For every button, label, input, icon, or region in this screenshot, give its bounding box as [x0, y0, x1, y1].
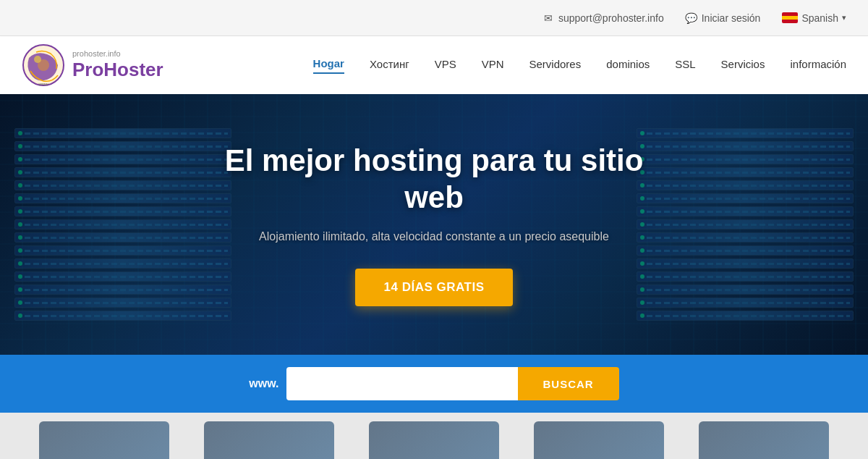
- server-unit: [637, 154, 854, 164]
- logo-area[interactable]: www prohoster.info ProHoster: [22, 43, 163, 87]
- server-rack-right: [622, 94, 868, 355]
- spanish-flag-icon: [782, 12, 798, 23]
- server-unit: [14, 285, 231, 295]
- server-unit: [14, 141, 231, 151]
- domain-search-input[interactable]: [286, 367, 518, 400]
- nav-item-vpn[interactable]: VPN: [482, 58, 504, 73]
- server-unit: [637, 141, 854, 151]
- logo-text: prohoster.info ProHoster: [72, 49, 163, 81]
- server-unit: [637, 167, 854, 177]
- search-bar: www. BUSCAR: [0, 355, 868, 413]
- server-unit: [14, 154, 231, 164]
- server-unit: [637, 271, 854, 282]
- hero-section: El mejor hosting para tu sitio web Aloja…: [0, 94, 868, 355]
- nav-item-hogar[interactable]: Hogar: [313, 57, 344, 74]
- server-unit: [14, 219, 231, 230]
- server-unit: [14, 245, 231, 256]
- hero-subtitle: Alojamiento ilimitado, alta velocidad co…: [217, 230, 651, 243]
- server-unit: [14, 258, 231, 269]
- server-unit: [637, 128, 854, 138]
- logo-domain: prohoster.info: [72, 49, 163, 59]
- login-text: Iniciar sesión: [702, 12, 761, 24]
- logo-name: ProHoster: [72, 59, 163, 81]
- server-unit: [637, 258, 854, 269]
- top-bar: ✉ support@prohoster.info 💬 Iniciar sesió…: [0, 0, 868, 36]
- server-unit: [14, 298, 231, 308]
- server-unit: [14, 193, 231, 203]
- strip-card: [534, 421, 664, 459]
- hero-title: El mejor hosting para tu sitio web: [217, 143, 651, 216]
- language-selector[interactable]: Spanish ▾: [782, 12, 846, 24]
- server-unit: [14, 311, 231, 321]
- nav-item-hosting[interactable]: Хостинг: [370, 58, 409, 73]
- strip-card: [204, 421, 334, 459]
- svg-text:www: www: [38, 82, 49, 86]
- server-unit: [637, 298, 854, 308]
- server-rack-left: [0, 94, 246, 355]
- server-unit: [14, 167, 231, 177]
- email-icon: ✉: [542, 12, 554, 24]
- main-nav: Hogar Хостинг VPS VPN Servidores dominio…: [313, 57, 846, 74]
- server-unit: [14, 206, 231, 216]
- server-unit: [637, 245, 854, 256]
- bottom-strip: [0, 413, 868, 459]
- nav-item-servidores[interactable]: Servidores: [529, 58, 582, 73]
- support-email-link[interactable]: ✉ support@prohoster.info: [542, 12, 664, 24]
- strip-card: [39, 421, 169, 459]
- hero-content: El mejor hosting para tu sitio web Aloja…: [217, 143, 651, 306]
- www-label: www.: [249, 377, 278, 390]
- nav-item-informacion[interactable]: información: [790, 58, 846, 73]
- svg-point-3: [34, 56, 41, 63]
- chevron-down-icon: ▾: [842, 13, 846, 22]
- logo-globe-icon: www: [22, 43, 65, 87]
- cta-button[interactable]: 14 DÍAS GRATIS: [355, 269, 514, 306]
- nav-item-vps[interactable]: VPS: [435, 58, 456, 73]
- server-unit: [637, 285, 854, 295]
- strip-card: [369, 421, 499, 459]
- language-label: Spanish: [801, 12, 838, 24]
- logo-name-prefix: Pro: [72, 59, 103, 80]
- search-button[interactable]: BUSCAR: [518, 367, 619, 400]
- logo-name-suffix: Hoster: [103, 59, 163, 80]
- login-link[interactable]: 💬 Iniciar sesión: [686, 12, 761, 24]
- chat-icon: 💬: [686, 12, 697, 24]
- nav-item-servicios[interactable]: Servicios: [721, 58, 765, 73]
- server-unit: [637, 311, 854, 321]
- server-unit: [637, 232, 854, 243]
- header: www prohoster.info ProHoster Hogar Хости…: [0, 36, 868, 94]
- server-unit: [14, 271, 231, 282]
- support-email-text: support@prohoster.info: [558, 12, 664, 24]
- server-unit: [637, 206, 854, 216]
- nav-item-dominios[interactable]: dominios: [606, 58, 650, 73]
- strip-card: [699, 421, 829, 459]
- server-unit: [637, 180, 854, 190]
- nav-item-ssl[interactable]: SSL: [675, 58, 695, 73]
- server-unit: [637, 193, 854, 203]
- server-unit: [637, 219, 854, 230]
- server-unit: [14, 180, 231, 190]
- server-unit: [14, 232, 231, 243]
- server-unit: [14, 128, 231, 138]
